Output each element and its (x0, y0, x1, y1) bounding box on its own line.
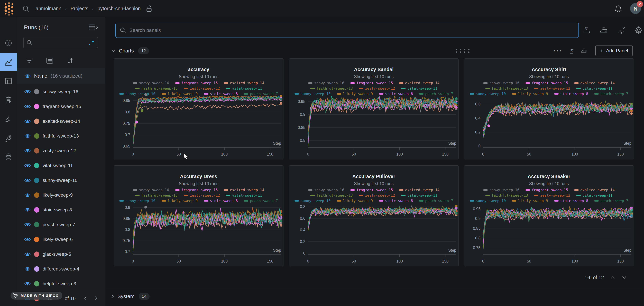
global-search-icon[interactable] (22, 5, 30, 13)
eye-icon[interactable] (24, 163, 31, 168)
breadcrumb-project[interactable]: pytorch-cnn-fashion (98, 6, 141, 11)
run-row[interactable]: exalted-sweep-14 (17, 114, 105, 129)
smoothing-iron-icon[interactable] (599, 26, 609, 34)
sort-icon[interactable] (66, 57, 74, 64)
series-endpoint-sunny-sweep-10 (630, 214, 633, 217)
series-line-exalted-sweep-14[interactable] (133, 103, 281, 147)
nav-jobs-clipboard-icon[interactable] (0, 91, 17, 109)
x-axis-settings-icon[interactable]: x (582, 26, 592, 35)
runs-table-expand-icon[interactable] (89, 24, 98, 31)
horizontal-scrollbar[interactable] (107, 305, 644, 305)
system-section-header[interactable]: System 14 (110, 291, 639, 301)
run-row[interactable]: likely-sweep-6 (17, 232, 105, 247)
charts-section-label[interactable]: Charts (119, 48, 134, 54)
run-row[interactable]: faithful-sweep-13 (17, 129, 105, 143)
filter-icon[interactable] (26, 58, 33, 64)
chevron-down-icon[interactable] (110, 49, 116, 53)
section-more-icon[interactable]: ••• (554, 48, 562, 54)
nav-info-icon[interactable]: i (0, 34, 17, 52)
system-section-label[interactable]: System (118, 293, 134, 299)
remove-outliers-icon[interactable] (617, 26, 626, 35)
chart-plot[interactable]: 0.80.850.90.95050100150Step (289, 59, 459, 160)
eye-icon[interactable] (24, 281, 31, 286)
run-row[interactable]: sunny-sweep-10 (17, 173, 105, 188)
regex-toggle-icon[interactable]: .* (88, 39, 95, 46)
runs-search-input[interactable]: .* (23, 37, 98, 48)
series-line-peach-sweep-7[interactable] (483, 210, 632, 239)
section-x-axis-icon[interactable]: x (570, 48, 573, 54)
series-line-faithful-sweep-13[interactable] (133, 97, 281, 144)
panel-search-input[interactable] (116, 23, 579, 38)
chart-panel-accuracy[interactable]: accuracyShowing first 10 runssnowy-sweep… (114, 58, 284, 159)
y-tick-label: 0.8 (300, 204, 305, 209)
series-line-fragrant-sweep-15[interactable] (133, 209, 281, 243)
chart-plot[interactable]: 0.650.70.750.80.85050100150Step (114, 59, 284, 160)
add-panel-button[interactable]: + Add Panel (595, 46, 633, 56)
wandb-logo-icon[interactable] (4, 1, 14, 16)
page-down-icon[interactable] (621, 276, 627, 280)
series-line-sunny-sweep-10[interactable] (133, 96, 281, 147)
chart-panel-accuracy-sneaker[interactable]: Accuracy SneakerShowing first 10 runssno… (464, 165, 634, 266)
chart-plot[interactable]: 00.20.40.6050100150Step (464, 59, 634, 160)
chart-panel-accuracy-pullover[interactable]: Accuracy PulloverShowing first 10 runssn… (289, 165, 459, 266)
notifications-bell-icon[interactable] (614, 5, 622, 13)
series-line-stoic-sweep-8[interactable] (133, 98, 281, 147)
eye-icon[interactable] (24, 252, 31, 257)
settings-gear-icon[interactable] (634, 26, 643, 35)
page-up-icon[interactable] (610, 276, 616, 280)
series-line-zesty-sweep-12[interactable] (133, 96, 281, 147)
run-row[interactable]: snowy-sweep-16 (17, 84, 105, 99)
eye-icon[interactable] (24, 148, 31, 153)
run-row[interactable]: stoic-sweep-8 (17, 202, 105, 217)
eye-icon[interactable] (24, 133, 31, 139)
eye-icon[interactable] (24, 74, 31, 79)
chevron-right-icon[interactable] (110, 293, 115, 299)
nav-sweeps-broom-icon[interactable] (0, 110, 17, 128)
runs-list: snowy-sweep-16fragrant-sweep-15exalted-s… (17, 84, 105, 306)
nav-artifacts-database-icon[interactable] (0, 148, 17, 166)
section-smoothing-icon[interactable] (580, 48, 588, 54)
run-row[interactable]: vital-sweep-11 (17, 158, 105, 173)
drag-handle-icon[interactable] (454, 48, 470, 54)
chart-plot[interactable]: 00.20.40.60.8050100150Step (289, 166, 459, 267)
prev-page-icon[interactable] (83, 295, 88, 301)
eye-icon[interactable] (24, 237, 31, 242)
run-color-dot (34, 237, 39, 242)
group-list-icon[interactable] (46, 57, 54, 64)
series-line-snowy-sweep-16[interactable] (133, 97, 281, 146)
run-row[interactable]: helpful-sweep-3 (17, 276, 105, 291)
chart-plot[interactable]: 0.70.750.80.850.9050100150Step (114, 166, 284, 267)
eye-icon[interactable] (24, 89, 31, 94)
nav-workspace-chart-icon[interactable] (0, 53, 17, 71)
run-row[interactable]: zesty-sweep-12 (17, 143, 105, 158)
eye-icon[interactable] (24, 104, 31, 109)
chart-panel-accuracy-dress[interactable]: Accuracy DressShowing first 10 runssnowy… (114, 165, 284, 266)
series-line-vital-sweep-11[interactable] (133, 97, 281, 146)
run-color-dot (34, 89, 39, 94)
series-line-likely-sweep-9[interactable] (133, 96, 281, 147)
open-lock-icon (146, 5, 152, 13)
eye-icon[interactable] (24, 222, 31, 227)
chart-panel-accuracy-shirt[interactable]: Accuracy ShirtShowing first 10 runssnowy… (464, 58, 634, 159)
run-name: sunny-sweep-10 (42, 178, 78, 183)
nav-table-icon[interactable] (0, 72, 17, 90)
run-row[interactable]: different-sweep-4 (17, 261, 105, 276)
chart-panel-accuracy-sandal[interactable]: Accuracy SandalShowing first 10 runssnow… (289, 58, 459, 159)
eye-icon[interactable] (24, 266, 31, 271)
runs-search-field[interactable] (35, 40, 85, 45)
panel-search-field[interactable] (129, 28, 575, 33)
eye-icon[interactable] (24, 119, 31, 124)
chart-plot[interactable]: 0.750.80.850.90.95050100150Step (464, 166, 634, 267)
run-row[interactable]: peach-sweep-7 (17, 217, 105, 232)
next-page-icon[interactable] (93, 295, 98, 301)
run-row[interactable]: likely-sweep-9 (17, 188, 105, 202)
nav-launch-rocket-icon[interactable] (0, 129, 17, 147)
runs-name-header[interactable]: Name (16 visualized) (17, 68, 105, 84)
run-row[interactable]: fragrant-sweep-15 (17, 99, 105, 114)
breadcrumb-section[interactable]: Projects (70, 6, 88, 11)
run-row[interactable]: glad-sweep-5 (17, 247, 105, 261)
eye-icon[interactable] (24, 207, 31, 212)
eye-icon[interactable] (24, 178, 31, 183)
eye-icon[interactable] (24, 193, 31, 198)
breadcrumb-user[interactable]: anmolmann (36, 6, 62, 11)
